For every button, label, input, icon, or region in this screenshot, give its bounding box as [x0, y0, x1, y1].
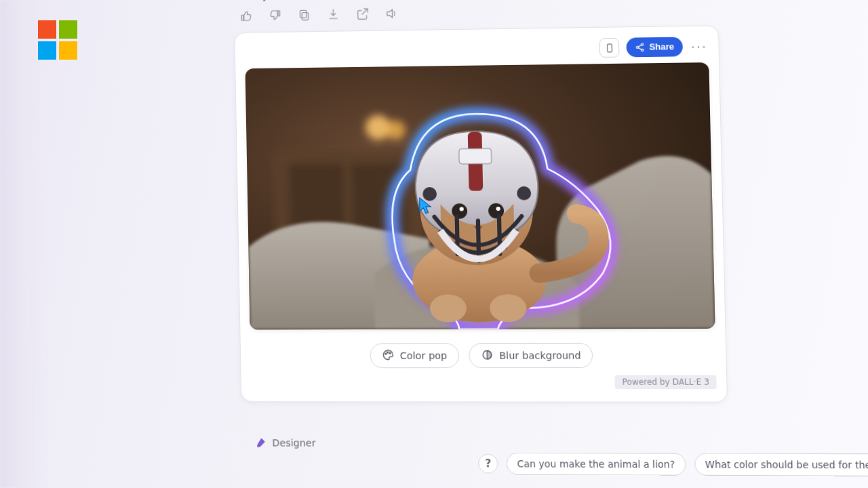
thumbs-down-icon[interactable]	[268, 8, 282, 22]
svg-point-26	[389, 352, 391, 354]
svg-rect-17	[459, 148, 492, 164]
blur-icon	[481, 348, 494, 363]
svg-point-25	[387, 351, 388, 352]
designer-source-row: Designer	[254, 436, 316, 449]
copy-icon[interactable]	[297, 8, 311, 22]
designer-brush-icon	[254, 436, 267, 449]
speaker-icon[interactable]	[384, 7, 399, 21]
suggestion-chip-1[interactable]: Can you make the animal a lion?	[507, 453, 686, 476]
svg-point-24	[385, 353, 387, 354]
app-stage: I'll try to create that.	[41, 0, 868, 488]
message-reaction-row	[239, 7, 399, 23]
color-pop-chip[interactable]: Color pop	[370, 343, 459, 368]
palette-icon	[382, 348, 395, 363]
help-button[interactable]: ?	[478, 454, 498, 474]
svg-rect-1	[300, 10, 307, 18]
share-button-label: Share	[649, 42, 674, 52]
svg-rect-2	[607, 44, 612, 52]
suggestion-chip-2[interactable]: What color should be used for the hel	[694, 453, 868, 476]
thumbs-up-icon[interactable]	[239, 9, 254, 23]
generated-image[interactable]	[245, 62, 715, 329]
blur-background-chip[interactable]: Blur background	[469, 343, 593, 368]
export-icon[interactable]	[355, 7, 370, 21]
copy-image-button[interactable]	[599, 38, 620, 58]
generation-card: Share ···	[234, 25, 728, 403]
image-edit-options: Color pop Blur background	[250, 343, 716, 369]
more-menu-button[interactable]: ···	[690, 37, 709, 56]
assistant-message: I'll try to create that.	[239, 0, 346, 2]
download-icon[interactable]	[326, 7, 340, 22]
share-button[interactable]: Share	[627, 37, 683, 57]
card-toolbar: Share ···	[245, 36, 709, 63]
powered-by-badge: Powered by DALL·E 3	[615, 375, 717, 389]
followup-suggestions: ? Can you make the animal a lion? What c…	[478, 453, 868, 476]
microsoft-logo	[38, 20, 77, 60]
page-edge-highlight	[0, 0, 49, 488]
chip-label: Blur background	[499, 350, 581, 361]
chip-label: Color pop	[399, 350, 447, 361]
svg-rect-0	[302, 13, 309, 20]
designer-label: Designer	[272, 437, 316, 449]
